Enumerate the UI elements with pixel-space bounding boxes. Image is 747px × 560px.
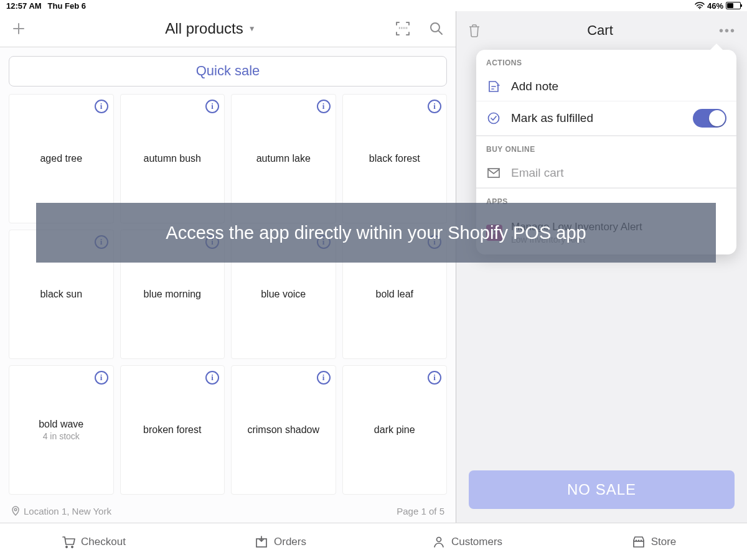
add-button[interactable] — [11, 21, 26, 36]
info-icon[interactable]: i — [95, 100, 108, 113]
product-name: black forest — [369, 153, 420, 164]
product-tile[interactable]: icrimson shadow — [231, 365, 336, 495]
cart-header: Cart ••• — [456, 11, 747, 50]
svg-point-8 — [436, 537, 441, 541]
product-name: autumn bush — [143, 153, 201, 164]
fulfilled-toggle[interactable] — [693, 109, 726, 128]
add-note-row[interactable]: Add note — [476, 72, 736, 101]
product-name: bold leaf — [376, 289, 414, 300]
svg-point-3 — [489, 113, 499, 124]
status-bar: 12:57 AM Thu Feb 6 46% — [0, 0, 747, 11]
location-label[interactable]: Location 1, New York — [11, 506, 111, 516]
actions-section-label: ACTIONS — [476, 50, 736, 72]
note-icon — [486, 80, 501, 93]
product-tile[interactable]: idark pine — [342, 365, 448, 495]
status-date: Thu Feb 6 — [48, 1, 86, 11]
tab-orders[interactable]: Orders — [187, 523, 374, 560]
product-name: blue morning — [144, 289, 202, 300]
status-time: 12:57 AM — [6, 1, 42, 11]
location-pin-icon — [11, 506, 20, 516]
info-icon[interactable]: i — [205, 371, 219, 385]
battery-icon — [726, 2, 741, 9]
svg-point-5 — [66, 546, 68, 548]
product-grid: iaged treeiautumn bushiautumn lakeiblack… — [0, 89, 456, 500]
email-cart-row[interactable]: Email cart — [476, 159, 736, 188]
svg-point-6 — [72, 546, 73, 548]
no-sale-button[interactable]: NO SALE — [469, 470, 735, 509]
svg-point-2 — [14, 509, 17, 511]
product-tile[interactable]: ibold wave4 in stock — [9, 365, 114, 495]
product-name: dark pine — [374, 424, 415, 436]
product-name: bold wave — [39, 419, 83, 430]
products-header: All products ▼ — [0, 11, 456, 47]
tab-store[interactable]: Store — [560, 523, 747, 560]
products-pane: All products ▼ Quick sale iaged treeiaut… — [0, 11, 456, 523]
products-title: All products — [165, 20, 243, 37]
barcode-icon[interactable] — [395, 21, 411, 37]
product-name: black sun — [40, 289, 82, 300]
more-icon[interactable]: ••• — [719, 24, 736, 38]
check-circle-icon — [486, 111, 501, 125]
cart-title: Cart — [481, 22, 719, 39]
overlay-banner: Access the app directly within your Shop… — [36, 203, 716, 263]
trash-icon[interactable] — [467, 23, 481, 38]
mail-icon — [486, 167, 501, 179]
buy-online-section-label: BUY ONLINE — [476, 136, 736, 159]
info-icon[interactable]: i — [317, 371, 331, 385]
page-indicator: Page 1 of 5 — [397, 506, 444, 516]
tab-customers[interactable]: Customers — [374, 523, 560, 560]
info-icon[interactable]: i — [317, 100, 331, 113]
product-name: aged tree — [40, 153, 82, 164]
svg-point-1 — [431, 23, 439, 32]
products-dropdown[interactable]: All products ▼ — [26, 20, 395, 37]
product-name: autumn lake — [256, 153, 311, 164]
info-icon[interactable]: i — [95, 371, 108, 385]
battery-percent: 46% — [707, 1, 723, 11]
tab-checkout[interactable]: Checkout — [0, 523, 187, 560]
product-name: broken forest — [143, 424, 201, 436]
info-icon[interactable]: i — [428, 100, 441, 113]
products-footer: Location 1, New York Page 1 of 5 — [0, 500, 456, 523]
mark-fulfilled-row[interactable]: Mark as fulfilled — [476, 101, 736, 136]
product-tile[interactable]: ibroken forest — [120, 365, 225, 495]
product-name: crimson shadow — [247, 424, 319, 436]
info-icon[interactable]: i — [205, 100, 219, 113]
chevron-down-icon: ▼ — [248, 24, 256, 33]
quick-sale-button[interactable]: Quick sale — [9, 56, 447, 86]
info-icon[interactable]: i — [428, 371, 441, 385]
product-name: blue voice — [261, 289, 306, 300]
tab-bar: Checkout Orders Customers Store — [0, 523, 747, 560]
product-stock: 4 in stock — [43, 431, 80, 441]
search-icon[interactable] — [428, 21, 444, 37]
wifi-icon — [695, 2, 705, 9]
svg-point-0 — [699, 8, 700, 9]
